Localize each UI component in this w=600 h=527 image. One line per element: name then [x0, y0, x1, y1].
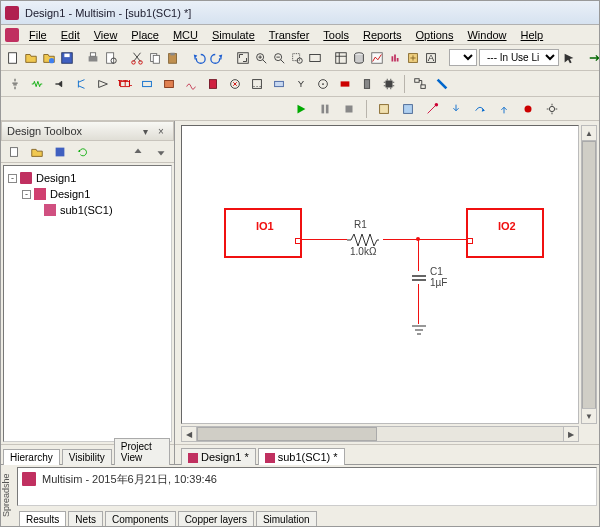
toolbox-down-button[interactable] — [151, 142, 171, 162]
place-basic-button[interactable] — [27, 74, 47, 94]
tab-copper-layers[interactable]: Copper layers — [178, 511, 254, 527]
wire-io1-r1[interactable] — [302, 239, 347, 240]
toolbox-save-button[interactable] — [50, 142, 70, 162]
editor-tab-design1[interactable]: Design1 * — [181, 448, 256, 465]
print-preview-button[interactable] — [103, 48, 119, 68]
zoom-out-button[interactable] — [271, 48, 287, 68]
place-ttl-button[interactable]: TTL — [115, 74, 135, 94]
cut-button[interactable] — [129, 48, 145, 68]
menu-help[interactable]: Help — [515, 27, 550, 43]
zoom-fit-button[interactable] — [307, 48, 323, 68]
tool-goto-button[interactable] — [587, 48, 600, 68]
pane-dropdown-icon[interactable]: ▾ — [138, 124, 152, 138]
place-analog-button[interactable] — [93, 74, 113, 94]
place-ni-button[interactable] — [335, 74, 355, 94]
tool-arrow-button[interactable] — [561, 48, 577, 68]
postprocessor-button[interactable] — [387, 48, 403, 68]
component-ground[interactable] — [410, 324, 428, 340]
instrument-step-out-button[interactable] — [494, 99, 514, 119]
instrument-scope-button[interactable] — [398, 99, 418, 119]
wire-c1-gnd[interactable] — [418, 284, 419, 324]
place-misc-button[interactable]: … — [247, 74, 267, 94]
menu-transfer[interactable]: Transfer — [263, 27, 316, 43]
place-rf-button[interactable]: Y — [291, 74, 311, 94]
horizontal-scrollbar[interactable]: ◀ ▶ — [181, 426, 579, 442]
component-wizard-button[interactable] — [405, 48, 421, 68]
print-button[interactable] — [85, 48, 101, 68]
tab-components[interactable]: Components — [105, 511, 176, 527]
toolbox-up-button[interactable] — [128, 142, 148, 162]
menu-place[interactable]: Place — [125, 27, 165, 43]
open-samples-button[interactable] — [41, 48, 57, 68]
toggle-spreadsheet-button[interactable] — [333, 48, 349, 68]
scroll-right-button[interactable]: ▶ — [563, 427, 578, 441]
scroll-down-button[interactable]: ▼ — [582, 408, 596, 423]
zoom-dropdown[interactable] — [449, 49, 477, 66]
grapher-button[interactable] — [369, 48, 385, 68]
io2-connector[interactable]: IO2 — [466, 208, 544, 258]
tab-simulation[interactable]: Simulation — [256, 511, 317, 527]
tab-project-view[interactable]: Project View — [114, 438, 170, 465]
component-c1[interactable] — [410, 271, 428, 287]
menu-tools[interactable]: Tools — [317, 27, 355, 43]
redo-button[interactable] — [209, 48, 225, 68]
tree-root[interactable]: Design1 — [36, 172, 76, 184]
vertical-scrollbar[interactable]: ▲ ▼ — [581, 125, 597, 424]
zoom-full-button[interactable] — [235, 48, 251, 68]
hscroll-thumb[interactable] — [197, 427, 377, 441]
instrument-multimeter-button[interactable] — [374, 99, 394, 119]
tab-results[interactable]: Results — [19, 511, 66, 527]
place-misc-digital-button[interactable] — [159, 74, 179, 94]
wire-node-c1[interactable] — [418, 239, 419, 271]
menu-mcu[interactable]: MCU — [167, 27, 204, 43]
place-bus-button[interactable] — [432, 74, 452, 94]
new-button[interactable] — [5, 48, 21, 68]
tab-hierarchy[interactable]: Hierarchy — [3, 449, 60, 465]
pause-button[interactable] — [315, 99, 335, 119]
instrument-step-into-button[interactable] — [446, 99, 466, 119]
instrument-breakpoint-button[interactable] — [518, 99, 538, 119]
instrument-step-over-button[interactable] — [470, 99, 490, 119]
place-transistor-button[interactable] — [71, 74, 91, 94]
tab-visibility[interactable]: Visibility — [62, 449, 112, 465]
wire-r1-node[interactable] — [383, 239, 418, 240]
place-electromech-button[interactable] — [313, 74, 333, 94]
database-button[interactable] — [351, 48, 367, 68]
place-advanced-button[interactable] — [269, 74, 289, 94]
run-button[interactable] — [291, 99, 311, 119]
menu-view[interactable]: View — [88, 27, 124, 43]
copy-button[interactable] — [147, 48, 163, 68]
tab-nets[interactable]: Nets — [68, 511, 103, 527]
tree-subcircuit[interactable]: sub1(SC1) — [60, 204, 113, 216]
paste-button[interactable] — [165, 48, 181, 68]
scroll-left-button[interactable]: ◀ — [182, 427, 197, 441]
electrical-rules-button[interactable]: A — [423, 48, 439, 68]
pane-close-icon[interactable]: × — [154, 124, 168, 138]
schematic-canvas[interactable]: IO1 IO2 R1 1.0kΩ — [181, 125, 579, 424]
menu-window[interactable]: Window — [461, 27, 512, 43]
wire-node-io2[interactable] — [418, 239, 466, 240]
menu-edit[interactable]: Edit — [55, 27, 86, 43]
stop-button[interactable] — [339, 99, 359, 119]
place-power-button[interactable] — [225, 74, 245, 94]
editor-tab-sub1[interactable]: sub1(SC1) * — [258, 448, 345, 465]
undo-button[interactable] — [191, 48, 207, 68]
place-source-button[interactable] — [5, 74, 25, 94]
scroll-up-button[interactable]: ▲ — [582, 126, 596, 141]
zoom-in-button[interactable] — [253, 48, 269, 68]
place-indicator-button[interactable] — [203, 74, 223, 94]
vscroll-thumb[interactable] — [582, 141, 596, 421]
instrument-settings-button[interactable] — [542, 99, 562, 119]
design-tree[interactable]: -Design1 -Design1 sub1(SC1) — [3, 165, 172, 442]
menu-file[interactable]: File — [23, 27, 53, 43]
menu-options[interactable]: Options — [410, 27, 460, 43]
save-button[interactable] — [59, 48, 75, 68]
toolbox-open-button[interactable] — [27, 142, 47, 162]
zoom-area-button[interactable] — [289, 48, 305, 68]
place-mixed-button[interactable] — [181, 74, 201, 94]
toolbox-new-button[interactable] — [4, 142, 24, 162]
menu-reports[interactable]: Reports — [357, 27, 408, 43]
inuse-list-dropdown[interactable]: --- In Use List --- — [479, 49, 559, 66]
tree-design[interactable]: Design1 — [50, 188, 90, 200]
place-diode-button[interactable] — [49, 74, 69, 94]
